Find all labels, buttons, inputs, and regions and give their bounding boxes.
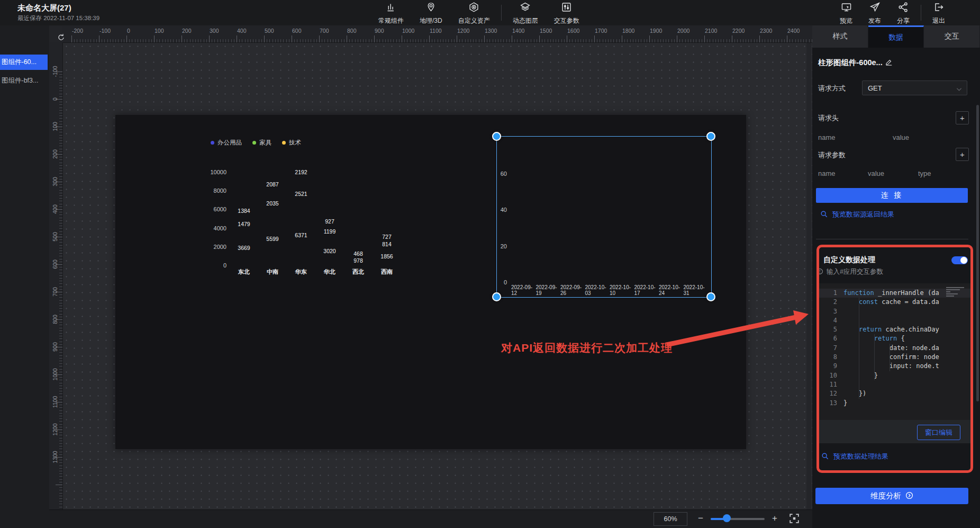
y-axis-tick: 4000 (205, 225, 226, 231)
preview-result-link[interactable]: 预览数据处理结果 (821, 452, 888, 461)
refresh-icon[interactable] (57, 33, 66, 44)
code-text: function _innerHandle (da (843, 289, 939, 298)
code-text: } (843, 371, 878, 380)
publish-button[interactable]: 发布 (860, 0, 889, 26)
dimension-analysis-button[interactable]: 维度分析 (815, 488, 968, 504)
tool-label: 动态图层 (513, 16, 538, 25)
ruler-label: 700 (51, 281, 59, 302)
share-nodes-icon (898, 2, 909, 15)
exit-button[interactable]: 退出 (924, 0, 953, 26)
zoom-out-button[interactable]: − (694, 512, 707, 525)
bar-value-label: 1199 (321, 228, 339, 235)
tool-label: 交互参数 (554, 16, 579, 25)
legend-item: 家具 (252, 139, 271, 147)
line-number: 5 (819, 325, 843, 334)
legend-label: 家具 (259, 139, 271, 147)
ruler-label: 100 (155, 28, 164, 34)
annotation-text: 对API返回数据进行二次加工处理 (501, 341, 673, 355)
code-line: 3 (819, 307, 970, 316)
ruler-label: 900 (375, 28, 384, 34)
ruler-label: 2300 (760, 28, 772, 34)
line-number: 4 (819, 316, 843, 325)
code-line: 8 confirm: node (819, 353, 970, 362)
panel-scrollbar[interactable] (976, 105, 979, 401)
dimension-analysis-label: 维度分析 (870, 491, 901, 501)
indent-guide (874, 334, 875, 380)
tool-dynamic-layers[interactable]: 动态图层 (505, 0, 546, 26)
line-number: 11 (819, 380, 843, 389)
header-col-name: name (818, 133, 836, 141)
layer-item[interactable]: 图组件-bf3... (0, 73, 48, 88)
bar-value-label: 6371 (292, 232, 310, 238)
editor-minimap[interactable] (946, 286, 968, 298)
selection-handle-nw[interactable] (492, 132, 501, 141)
tab-interaction[interactable]: 交互 (924, 25, 980, 48)
code-line: 5 return cache.chinaDay (819, 325, 970, 334)
selection-rect (496, 136, 712, 298)
top-bar: 未命名大屏(27) 最近保存 2022-11-07 15:38:39 常规组件 … (0, 0, 980, 26)
request-method-select[interactable]: GET (862, 80, 967, 95)
share-button[interactable]: 分享 (889, 0, 918, 26)
chevron-down-icon (956, 85, 962, 93)
zoom-percent-box[interactable]: 60% (654, 512, 687, 526)
preview-button[interactable]: 预览 (832, 0, 860, 26)
ruler-label: 1900 (650, 28, 662, 34)
add-param-button[interactable]: + (956, 148, 969, 161)
request-params-label: 请求参数 (818, 150, 846, 160)
ruler-label: 1600 (567, 28, 579, 34)
bar-value-label: 1384 (235, 208, 253, 214)
zoom-slider-handle[interactable] (723, 514, 731, 522)
selection-handle-sw[interactable] (492, 292, 501, 301)
preview-source-link[interactable]: 预览数据源返回结果 (820, 210, 894, 219)
code-text: input: node.t (843, 362, 939, 371)
custom-processing-label: 自定义数据处理 (823, 255, 875, 265)
ruler-label: 300 (51, 171, 59, 192)
code-lines: 1function _innerHandle (da2 const cache … (819, 283, 970, 408)
publish-plane-icon (869, 2, 881, 15)
workspace-scrollbar[interactable] (806, 42, 811, 509)
ruler-label: 1700 (595, 28, 607, 34)
zoom-slider-track[interactable] (711, 518, 765, 520)
last-saved-text: 最近保存 2022-11-07 15:38:39 (17, 14, 99, 22)
bar-value-label: 2087 (264, 181, 282, 187)
category-label: 西南 (373, 268, 401, 276)
tool-interactive-params[interactable]: 交互参数 (546, 0, 587, 26)
code-text: confirm: node (843, 353, 939, 362)
action-label: 分享 (897, 16, 910, 25)
ruler-label: 300 (210, 28, 219, 34)
exit-icon (933, 2, 945, 15)
category-label: 东北 (230, 268, 258, 276)
param-col-value: value (868, 169, 884, 177)
bar-value-label: 5599 (264, 236, 282, 242)
y-axis-tick: 6000 (205, 206, 226, 212)
ruler-label: 1100 (51, 391, 59, 413)
zoom-in-button[interactable]: + (768, 512, 781, 525)
layer-item-selected[interactable]: 图组件-60... (0, 55, 48, 70)
legend-label: 技术 (289, 139, 301, 147)
indent-guide (859, 298, 859, 399)
custom-processing-toggle[interactable] (951, 256, 968, 264)
tool-custom-assets[interactable]: 自定义资产 (450, 0, 498, 26)
code-editor[interactable]: 1function _innerHandle (da2 const cache … (819, 283, 970, 420)
selection-handle-se[interactable] (706, 292, 715, 301)
layers-icon (520, 2, 531, 15)
processing-hint-text: 输入#应用交互参数 (827, 267, 883, 276)
window-edit-button[interactable]: 窗口编辑 (917, 425, 960, 440)
line-number: 8 (819, 353, 843, 362)
bar-value-label: 814 (378, 241, 396, 247)
connect-button[interactable]: 连 接 (816, 188, 968, 203)
ruler-label: 200 (51, 144, 59, 165)
tool-geo-3d[interactable]: 地理/3D (412, 0, 450, 26)
tool-normal-components[interactable]: 常规组件 (370, 0, 412, 26)
line-number: 6 (819, 334, 843, 343)
map-pin-icon (425, 2, 437, 15)
tab-style[interactable]: 样式 (812, 25, 868, 48)
selection-handle-ne[interactable] (706, 132, 715, 141)
fit-screen-icon[interactable] (789, 513, 800, 526)
chart-legend: 办公用品家具技术 (211, 139, 301, 147)
category-label: 中南 (258, 268, 287, 276)
code-line: 12 }) (819, 389, 970, 398)
add-header-button[interactable]: + (956, 111, 969, 124)
edit-pencil-icon[interactable] (885, 58, 893, 68)
tab-data[interactable]: 数据 (868, 25, 924, 48)
